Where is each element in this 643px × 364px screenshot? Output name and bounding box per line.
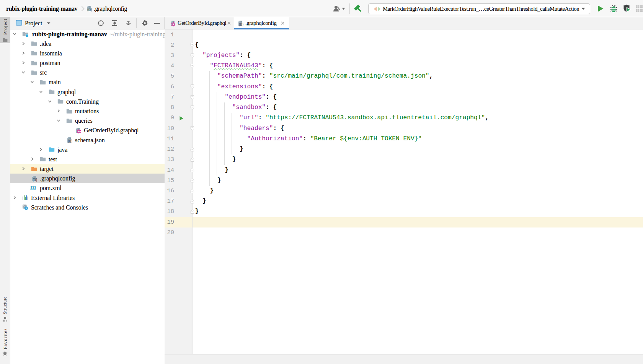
svg-text:{0}: {0} bbox=[33, 177, 37, 182]
svg-text:{0}: {0} bbox=[239, 22, 243, 26]
svg-text:{0}: {0} bbox=[68, 139, 72, 143]
